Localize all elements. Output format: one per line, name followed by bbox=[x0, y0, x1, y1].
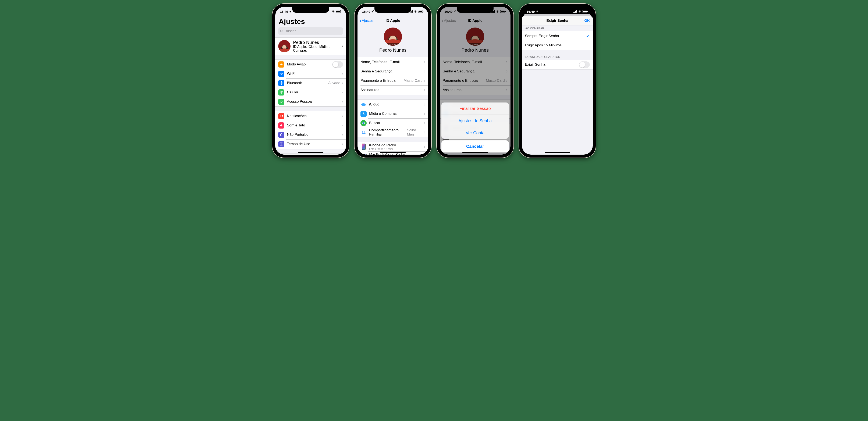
chevron-right-icon: › bbox=[424, 120, 425, 126]
search-icon bbox=[280, 29, 283, 33]
chevron-right-icon: › bbox=[424, 69, 425, 74]
avatar-large[interactable]: EDITAR bbox=[384, 28, 402, 46]
notch bbox=[539, 7, 576, 13]
svg-rect-3 bbox=[330, 10, 330, 13]
device-sub: Este iPhone 12 mini bbox=[369, 148, 424, 151]
dnd-label: Não Perturbe bbox=[287, 133, 342, 137]
svg-rect-16 bbox=[412, 10, 412, 13]
chevron-right-icon: › bbox=[342, 123, 343, 128]
services-group: iCloud› Mídia e Compras› Buscar› Compart… bbox=[358, 100, 428, 137]
sounds-row[interactable]: Som e Tato › bbox=[275, 121, 346, 130]
status-time: 16:49 bbox=[362, 10, 370, 13]
check-icon: ✓ bbox=[586, 33, 590, 38]
family-icon bbox=[361, 129, 367, 135]
settings-scroll[interactable]: Ajustes Buscar Pedro Nunes ID Apple, iCl… bbox=[275, 16, 346, 155]
profile-name: Pedro Nunes bbox=[358, 47, 428, 53]
sheet-view-account-button[interactable]: Ver Conta bbox=[441, 127, 509, 139]
airplane-switch[interactable] bbox=[332, 61, 343, 68]
require-password-row[interactable]: Exigir Senha bbox=[522, 60, 593, 69]
home-indicator[interactable] bbox=[545, 152, 570, 153]
sheet-cancel-button[interactable]: Cancelar bbox=[441, 140, 509, 153]
airplane-label: Modo Avião bbox=[287, 62, 332, 66]
hotspot-row[interactable]: Acesso Pessoal › bbox=[275, 97, 346, 106]
appstore-icon bbox=[361, 111, 367, 117]
phone-1: 16:49 Ajustes Buscar Pedro Nunes ID Appl… bbox=[272, 4, 349, 158]
screentime-row[interactable]: Tempo de Uso › bbox=[275, 139, 346, 149]
row-label: iCloud bbox=[369, 102, 424, 106]
moon-icon bbox=[278, 132, 284, 138]
always-require-row[interactable]: Sempre Exigir Senha ✓ bbox=[522, 31, 593, 41]
link-icon bbox=[278, 99, 284, 105]
require-after-15-row[interactable]: Exigir Após 15 Minutos bbox=[522, 41, 593, 50]
antenna-icon bbox=[278, 89, 284, 96]
svg-rect-18 bbox=[418, 10, 422, 12]
chevron-right-icon: › bbox=[424, 111, 425, 117]
search-input[interactable]: Buscar bbox=[278, 27, 343, 35]
row-label: Nome, Telefones, E-mail bbox=[361, 60, 424, 64]
modal-nav: Exigir Senha OK bbox=[522, 16, 593, 25]
purchase-group: Sempre Exigir Senha ✓ Exigir Após 15 Min… bbox=[522, 31, 593, 50]
family-detail: Saiba Mais bbox=[407, 128, 422, 137]
device-name: iPhone do Pedro bbox=[369, 143, 424, 148]
require-password-switch[interactable] bbox=[579, 61, 590, 68]
home-indicator[interactable] bbox=[298, 152, 323, 153]
sounds-label: Som e Tato bbox=[287, 123, 342, 128]
wifi-row[interactable]: Wi-Fi › bbox=[275, 69, 346, 78]
row-label: Assinaturas bbox=[361, 88, 424, 92]
svg-rect-34 bbox=[583, 10, 587, 12]
sheet-password-settings-button[interactable]: Ajustes de Senha bbox=[441, 115, 509, 127]
row-label: Senha e Segurança bbox=[361, 69, 424, 73]
chevron-right-icon: › bbox=[342, 141, 343, 147]
findmy-row[interactable]: Buscar› bbox=[358, 118, 428, 128]
connectivity-group: ✈︎ Modo Avião Wi-Fi › Bluetooth Ativado … bbox=[275, 60, 346, 106]
account-group: Nome, Telefones, E-mail› Senha e Seguran… bbox=[358, 57, 428, 95]
modal-title: Exigir Senha bbox=[522, 19, 593, 23]
family-row[interactable]: Compartilhamento FamiliarSaiba Mais› bbox=[358, 128, 428, 137]
general-row[interactable]: Geral › bbox=[275, 154, 346, 155]
phone-4: 16:49 Exigir Senha OK AO COMPRAR Sempre … bbox=[519, 4, 596, 158]
phone-3: 16:49 ‹Ajustes ID Apple EDITAR Pedro Nun… bbox=[437, 4, 514, 158]
back-button[interactable]: ‹Ajustes bbox=[360, 18, 374, 23]
appleid-scroll[interactable]: EDITAR Pedro Nunes Nome, Telefones, E-ma… bbox=[358, 25, 428, 155]
home-indicator[interactable] bbox=[462, 152, 488, 153]
cellular-row[interactable]: Celular › bbox=[275, 88, 346, 97]
payment-row[interactable]: Pagamento e EntregaMasterCard› bbox=[358, 76, 428, 85]
payment-detail: MasterCard bbox=[404, 78, 423, 83]
chevron-right-icon: › bbox=[342, 113, 343, 119]
airplane-mode-row[interactable]: ✈︎ Modo Avião bbox=[275, 60, 346, 69]
password-security-row[interactable]: Senha e Segurança› bbox=[358, 67, 428, 76]
airplane-icon: ✈︎ bbox=[278, 61, 284, 68]
battery-icon bbox=[583, 10, 588, 13]
screen-apple-id: 16:49 ‹Ajustes ID Apple EDITAR Pedro Nun… bbox=[358, 7, 428, 155]
speaker-icon bbox=[278, 122, 284, 129]
svg-point-20 bbox=[362, 131, 364, 133]
svg-rect-32 bbox=[577, 10, 577, 13]
subscriptions-row[interactable]: Assinaturas› bbox=[358, 85, 428, 95]
location-arrow-icon bbox=[289, 10, 292, 13]
wifi-icon bbox=[496, 10, 499, 13]
svg-rect-19 bbox=[423, 11, 424, 12]
bluetooth-row[interactable]: Bluetooth Ativado › bbox=[275, 78, 346, 88]
location-arrow-icon bbox=[453, 10, 456, 13]
device-iphone-row[interactable]: iPhone do PedroEste iPhone 12 mini › bbox=[358, 142, 428, 152]
battery-icon bbox=[336, 10, 341, 13]
notifications-row[interactable]: Notificações › bbox=[275, 111, 346, 121]
apple-id-row[interactable]: Pedro Nunes ID Apple, iCloud, Mídia e Co… bbox=[275, 37, 346, 55]
home-indicator[interactable] bbox=[380, 152, 406, 153]
bluetooth-detail: Ativado bbox=[328, 81, 340, 85]
dnd-row[interactable]: Não Perturbe › bbox=[275, 130, 346, 139]
icloud-row[interactable]: iCloud› bbox=[358, 100, 428, 109]
row-label: Pagamento e Entrega bbox=[361, 78, 404, 83]
profile-subtitle: ID Apple, iCloud, Mídia e Compras bbox=[293, 45, 342, 53]
name-phone-row[interactable]: Nome, Telefones, E-mail› bbox=[358, 57, 428, 67]
media-row[interactable]: Mídia e Compras› bbox=[358, 109, 428, 118]
screen-require-password: 16:49 Exigir Senha OK AO COMPRAR Sempre … bbox=[522, 7, 593, 155]
done-button[interactable]: OK bbox=[585, 19, 590, 23]
location-arrow-icon bbox=[371, 10, 374, 13]
row-label: Buscar bbox=[369, 121, 424, 125]
wifi-icon bbox=[578, 10, 582, 13]
action-sheet-group: Finalizar Sessão Ajustes de Senha Ver Co… bbox=[441, 102, 509, 139]
battery-icon bbox=[418, 10, 424, 13]
chevron-right-icon: › bbox=[424, 78, 425, 84]
sheet-signout-button[interactable]: Finalizar Sessão bbox=[441, 102, 509, 115]
